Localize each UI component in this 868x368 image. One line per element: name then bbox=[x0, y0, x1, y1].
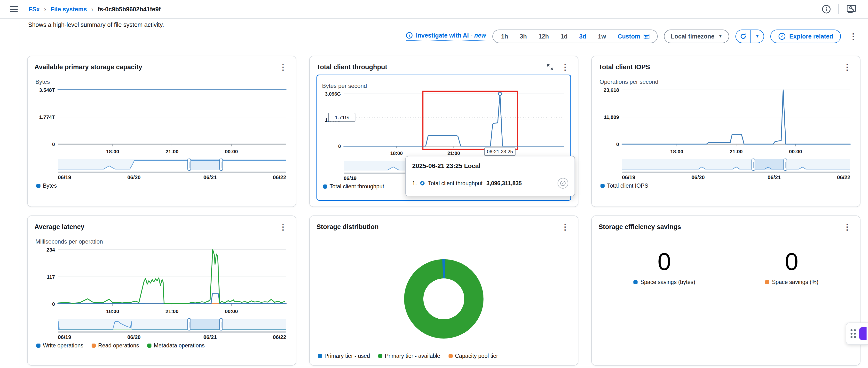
svg-text:21:00: 21:00 bbox=[165, 308, 179, 314]
card-title: Storage distribution bbox=[316, 223, 379, 231]
svg-text:21:00: 21:00 bbox=[730, 149, 743, 154]
svg-text:06/19: 06/19 bbox=[622, 174, 636, 180]
hamburger-menu-icon[interactable] bbox=[10, 6, 18, 12]
iops-range-navigator[interactable]: 06/1906/2006/2106/22 bbox=[599, 158, 853, 180]
stat-label: Space savings (%) bbox=[772, 279, 818, 286]
card-menu-kebab-icon[interactable]: ⋮ bbox=[841, 222, 853, 232]
legend-swatch bbox=[36, 343, 40, 348]
time-range-3d-selected[interactable]: 3d bbox=[574, 30, 592, 43]
svg-text:0: 0 bbox=[52, 141, 55, 147]
svg-text:0: 0 bbox=[616, 141, 619, 147]
throughput-line-chart[interactable]: 3.096G1.548G018:0021:001.71G06-21 23:25 bbox=[321, 90, 566, 159]
top-navigation-bar: FSx › File systems › fs-0c9b5b9602b41fe9… bbox=[0, 0, 868, 19]
breadcrumb-link-fsx[interactable]: FSx bbox=[29, 6, 40, 13]
legend-label: Read operations bbox=[98, 342, 139, 349]
legend-label: Primary tier - used bbox=[324, 353, 370, 359]
svg-text:3.096G: 3.096G bbox=[325, 91, 341, 97]
time-range-12h[interactable]: 12h bbox=[533, 30, 555, 43]
chart-legend: Write operationsRead operationsMetadata … bbox=[35, 342, 289, 349]
card-menu-kebab-icon[interactable]: ⋮ bbox=[559, 222, 571, 232]
compass-icon bbox=[778, 32, 786, 40]
drag-handle-icon[interactable] bbox=[850, 329, 856, 338]
refresh-options-caret[interactable]: ▼ bbox=[751, 30, 764, 43]
time-range-1d[interactable]: 1d bbox=[555, 30, 574, 43]
timezone-dropdown[interactable]: Local timezone ▼ bbox=[664, 30, 729, 43]
legend-item[interactable]: Primary tier - used bbox=[318, 353, 370, 359]
expand-fullscreen-icon[interactable] bbox=[547, 63, 554, 71]
refresh-button[interactable] bbox=[736, 30, 751, 43]
time-range-1h[interactable]: 1h bbox=[495, 30, 514, 43]
legend-swatch bbox=[323, 185, 327, 189]
latency-range-navigator[interactable]: 06/1906/2006/2106/22 bbox=[35, 318, 289, 340]
card-title: Available primary storage capacity bbox=[34, 63, 142, 71]
stat-value: 0 bbox=[785, 249, 799, 274]
investigate-with-ai-link[interactable]: Investigate with AI - new bbox=[406, 32, 486, 41]
card-average-latency: Average latency ⋮ Milliseconds per opera… bbox=[27, 215, 297, 366]
legend-label: Total client throughput bbox=[330, 183, 384, 190]
y-axis-label: Operations per second bbox=[599, 78, 853, 85]
dashboard-controls: Investigate with AI - new 1h 3h 12h 1d 3… bbox=[406, 30, 859, 43]
latency-line-chart[interactable]: 234117018:0021:0000:00 bbox=[35, 246, 289, 317]
time-range-custom[interactable]: Custom bbox=[612, 33, 655, 40]
calendar-icon bbox=[643, 33, 650, 40]
legend-swatch bbox=[600, 184, 604, 188]
svg-text:1.774T: 1.774T bbox=[39, 114, 55, 120]
card-available-primary-storage-capacity: Available primary storage capacity ⋮ Byt… bbox=[27, 56, 297, 207]
card-menu-kebab-icon[interactable]: ⋮ bbox=[559, 62, 571, 72]
legend-item[interactable]: Capacity pool tier bbox=[448, 353, 498, 359]
y-axis-label: Bytes bbox=[35, 78, 289, 85]
svg-text:00:00: 00:00 bbox=[789, 149, 802, 154]
card-total-client-throughput: Total client throughput ⋮ Bytes per seco… bbox=[309, 56, 579, 207]
svg-text:06/22: 06/22 bbox=[837, 174, 850, 180]
y-axis-label: Bytes per second bbox=[322, 82, 566, 89]
iops-line-chart[interactable]: 23,61811,809018:0021:0000:00 bbox=[599, 86, 853, 157]
capacity-line-chart[interactable]: 3.548T1.774T018:0021:0000:00 bbox=[35, 86, 289, 157]
time-range-1w[interactable]: 1w bbox=[592, 30, 612, 43]
tooltip-explore-button[interactable] bbox=[558, 178, 568, 189]
floating-assistant-widget bbox=[846, 323, 868, 345]
dashboard-header: Shows a high-level summary of file syste… bbox=[20, 20, 868, 56]
card-total-client-iops: Total client IOPS ⋮ Operations per secon… bbox=[591, 56, 861, 207]
breadcrumb: FSx › File systems › fs-0c9b5b9602b41fe9… bbox=[29, 6, 161, 13]
legend-item[interactable]: Bytes bbox=[36, 182, 57, 189]
chart-legend: Primary tier - usedPrimary tier - availa… bbox=[316, 353, 571, 359]
svg-text:23,618: 23,618 bbox=[603, 87, 619, 93]
card-title: Total client IOPS bbox=[598, 63, 650, 71]
tooltip-series-value: 3,096,311,835 bbox=[486, 180, 522, 187]
legend-label: Capacity pool tier bbox=[455, 353, 498, 359]
card-menu-kebab-icon[interactable]: ⋮ bbox=[277, 62, 289, 72]
legend-item[interactable]: Write operations bbox=[36, 342, 83, 349]
card-title: Average latency bbox=[34, 223, 84, 231]
svg-text:11,809: 11,809 bbox=[604, 114, 619, 120]
svg-text:06/21: 06/21 bbox=[203, 334, 217, 340]
card-menu-kebab-icon[interactable]: ⋮ bbox=[277, 222, 289, 232]
capacity-range-navigator[interactable]: 06/1906/2006/2106/22 bbox=[35, 158, 289, 180]
topbar-divider bbox=[838, 4, 839, 14]
legend-item[interactable]: Total client throughput bbox=[323, 183, 384, 190]
legend-item[interactable]: Metadata operations bbox=[147, 342, 205, 349]
info-icon[interactable] bbox=[822, 4, 831, 14]
card-title: Storage efficiency savings bbox=[598, 223, 681, 231]
legend-swatch bbox=[448, 354, 453, 358]
legend-swatch bbox=[633, 280, 638, 284]
legend-swatch bbox=[765, 280, 769, 284]
legend-item[interactable]: Read operations bbox=[92, 342, 139, 349]
svg-text:06/19: 06/19 bbox=[344, 175, 356, 181]
info-icon bbox=[406, 32, 413, 39]
time-range-3h[interactable]: 3h bbox=[514, 30, 533, 43]
chart-legend: Total client IOPS bbox=[599, 182, 853, 189]
assistant-button[interactable] bbox=[859, 327, 867, 340]
card-menu-kebab-icon[interactable]: ⋮ bbox=[841, 62, 853, 72]
breadcrumb-link-file-systems[interactable]: File systems bbox=[51, 6, 87, 13]
cloudshell-tools-icon[interactable] bbox=[846, 4, 857, 14]
card-storage-distribution: Storage distribution ⋮ Primary tier - us… bbox=[309, 215, 579, 366]
explore-related-button[interactable]: Explore related bbox=[770, 30, 841, 43]
stat-space-savings-percent: 0 Space savings (%) bbox=[765, 249, 818, 286]
legend-label: Total client IOPS bbox=[607, 182, 648, 189]
header-overflow-menu[interactable]: ⋮ bbox=[847, 31, 859, 41]
legend-item[interactable]: Primary tier - available bbox=[378, 353, 440, 359]
legend-item[interactable]: Total client IOPS bbox=[600, 182, 648, 189]
refresh-icon bbox=[740, 33, 747, 40]
storage-distribution-donut-chart[interactable] bbox=[402, 257, 486, 341]
legend-label: Metadata operations bbox=[154, 342, 205, 349]
